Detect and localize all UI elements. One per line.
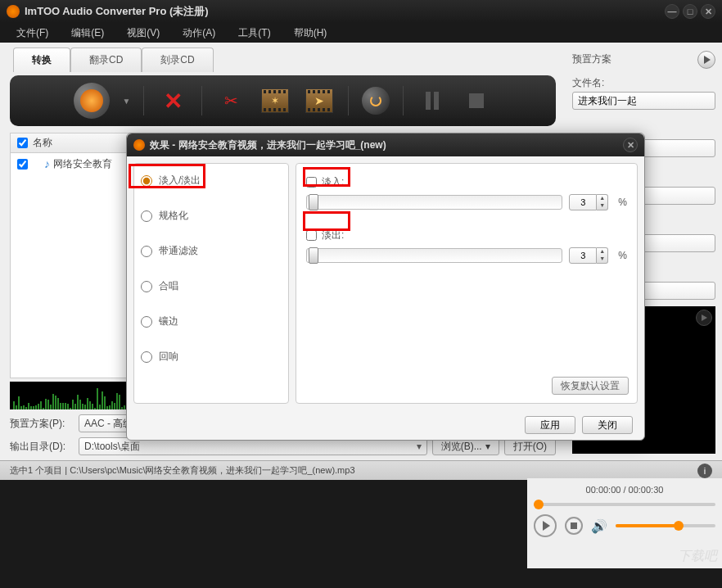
fade-in-checkbox[interactable] bbox=[306, 177, 317, 188]
file-name: 网络安全教育 bbox=[53, 157, 112, 171]
option-normalize[interactable]: 规格化 bbox=[141, 209, 282, 223]
minimize-button[interactable]: — bbox=[665, 4, 679, 19]
info-button[interactable]: i bbox=[697, 464, 712, 478]
dialog-titlebar: 效果 - 网络安全教育视频，进来我们一起学习吧_(new) ✕ bbox=[127, 133, 644, 156]
dialog-icon bbox=[133, 139, 145, 151]
select-all-checkbox[interactable] bbox=[17, 138, 28, 148]
fade-out-label: 淡出: bbox=[322, 228, 344, 242]
app-icon bbox=[7, 5, 20, 18]
fade-in-label: 淡入: bbox=[322, 175, 344, 189]
effect-settings: 淡入: ▲▼ % 淡出: ▲▼ % bbox=[296, 163, 638, 404]
close-button[interactable]: ✕ bbox=[701, 4, 715, 19]
effects-button[interactable]: ✶ bbox=[259, 85, 291, 116]
preview-play-button[interactable] bbox=[696, 310, 712, 326]
menu-tool[interactable]: 工具(T) bbox=[238, 26, 270, 40]
tab-burn[interactable]: 刻录CD bbox=[142, 47, 213, 72]
pause-button[interactable] bbox=[417, 85, 448, 116]
merge-button[interactable]: ➤ bbox=[304, 85, 335, 116]
effects-list: 淡入/淡出 规格化 带通滤波 合唱 镶边 回响 bbox=[133, 163, 289, 404]
dialog-title-text: 效果 - 网络安全教育视频，进来我们一起学习吧_(new) bbox=[150, 138, 386, 152]
percent-label: % bbox=[618, 197, 627, 208]
tabs: 转换 翻录CD 刻录CD bbox=[0, 43, 566, 72]
close-dialog-button[interactable]: 关闭 bbox=[582, 416, 633, 434]
effects-dialog: 效果 - 网络安全教育视频，进来我们一起学习吧_(new) ✕ 淡入/淡出 规格… bbox=[126, 133, 645, 441]
option-bandpass[interactable]: 带通滤波 bbox=[141, 244, 282, 258]
row-checkbox[interactable] bbox=[17, 159, 28, 170]
apply-button[interactable]: 应用 bbox=[525, 416, 575, 434]
filename-label: 文件名: bbox=[572, 76, 715, 90]
fade-in-row: 淡入: bbox=[306, 175, 627, 189]
menu-file[interactable]: 文件(F) bbox=[16, 26, 48, 40]
menu-action[interactable]: 动作(A) bbox=[183, 26, 215, 40]
menu-view[interactable]: 视图(V) bbox=[127, 26, 160, 40]
fade-out-slider[interactable] bbox=[306, 248, 562, 263]
output-label: 输出目录(D): bbox=[10, 440, 74, 454]
tab-rip[interactable]: 翻录CD bbox=[70, 47, 142, 72]
fade-out-spinner[interactable]: ▲▼ bbox=[569, 247, 608, 264]
seek-bar[interactable] bbox=[534, 503, 715, 506]
menu-help[interactable]: 帮助(H) bbox=[294, 26, 327, 40]
fade-out-row: 淡出: bbox=[306, 228, 627, 242]
status-text: 选中1 个项目 | C:\Users\pc\Music\网络安全教育视频，进来我… bbox=[10, 464, 355, 477]
time-display: 00:00:00 / 00:00:30 bbox=[534, 485, 715, 495]
convert-button[interactable] bbox=[362, 87, 390, 115]
music-icon: ♪ bbox=[44, 157, 50, 170]
volume-slider[interactable] bbox=[616, 524, 715, 527]
statusbar: 选中1 个项目 | C:\Users\pc\Music\网络安全教育视频，进来我… bbox=[0, 460, 722, 480]
preset-header: 预置方案 bbox=[572, 49, 611, 70]
column-name: 名称 bbox=[33, 136, 52, 150]
menu-edit[interactable]: 编辑(E) bbox=[71, 26, 104, 40]
option-echo[interactable]: 回响 bbox=[141, 350, 282, 364]
stop-playback-button[interactable] bbox=[565, 517, 583, 535]
fade-in-slider[interactable] bbox=[306, 195, 562, 210]
menubar: 文件(F) 编辑(E) 视图(V) 动作(A) 工具(T) 帮助(H) bbox=[0, 23, 722, 43]
tab-convert[interactable]: 转换 bbox=[13, 47, 70, 72]
reset-defaults-button[interactable]: 恢复默认设置 bbox=[552, 377, 629, 395]
titlebar: ImTOO Audio Converter Pro (未注册) — □ ✕ bbox=[0, 0, 722, 23]
cut-button[interactable]: ✂ bbox=[215, 85, 246, 116]
delete-button[interactable]: ✕ bbox=[157, 85, 188, 116]
player: 00:00:00 / 00:00:30 🔊 bbox=[527, 478, 722, 568]
option-chorus[interactable]: 合唱 bbox=[141, 279, 282, 293]
window-title: ImTOO Audio Converter Pro (未注册) bbox=[25, 4, 209, 19]
preset-label: 预置方案(P): bbox=[10, 417, 74, 431]
preset-play-button[interactable] bbox=[697, 51, 715, 69]
stop-button[interactable] bbox=[461, 85, 492, 116]
volume-icon: 🔊 bbox=[591, 518, 607, 534]
toolbar: ▼ ✕ ✂ ✶ ➤ bbox=[10, 75, 556, 126]
maximize-button[interactable]: □ bbox=[683, 4, 697, 19]
filename-input[interactable] bbox=[572, 92, 715, 110]
play-button[interactable] bbox=[534, 514, 557, 537]
fade-out-checkbox[interactable] bbox=[306, 230, 317, 241]
percent-label-2: % bbox=[618, 250, 627, 261]
dialog-close-button[interactable]: ✕ bbox=[623, 138, 638, 152]
option-fade[interactable]: 淡入/淡出 bbox=[141, 174, 282, 188]
option-flanger[interactable]: 镶边 bbox=[141, 314, 282, 328]
fade-in-spinner[interactable]: ▲▼ bbox=[569, 194, 608, 210]
add-button[interactable] bbox=[74, 83, 110, 119]
